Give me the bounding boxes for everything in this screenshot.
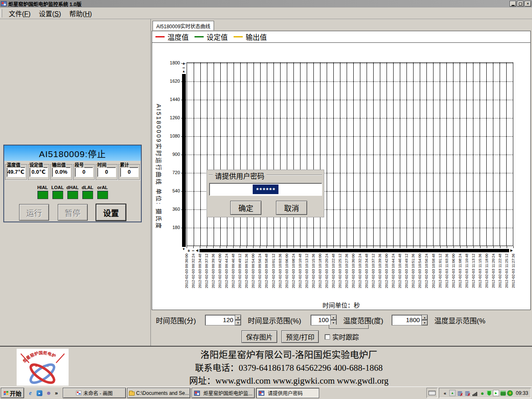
ok-button[interactable]: 确定 [230, 201, 261, 215]
y-tick-label: 1260 [166, 115, 180, 120]
eject-icon[interactable] [449, 390, 456, 396]
media-player-icon[interactable]: ▸ [36, 389, 43, 397]
time-range-label: 时间范围(分) [156, 315, 196, 325]
v-gridline [446, 63, 447, 246]
signal-bars-icon[interactable] [472, 390, 478, 396]
v-gridline [214, 63, 214, 246]
x-tick-text: 2012-02-03 11:15:36 [477, 254, 483, 288]
realtime-track-checkbox[interactable] [325, 334, 330, 340]
x-tick-text: 2012-02-03 09:30:00 [184, 254, 190, 288]
input-method-tray[interactable] [426, 388, 438, 398]
browser-icon[interactable] [479, 390, 485, 396]
scroll-up-icon[interactable]: ▲ [182, 70, 185, 73]
x-tick-text: 2012-02-03 09:34:48 [197, 254, 203, 288]
package-icon[interactable] [500, 391, 506, 396]
h-scrollbar-thumb[interactable] [200, 249, 509, 252]
taskbar-task[interactable]: C:\Documents and Se... [127, 388, 190, 398]
x-tick-text: 2012-02-03 09:39:36 [210, 254, 216, 288]
time-range-input[interactable]: 120 [205, 315, 235, 325]
v-gridline [460, 63, 460, 246]
spin-down-icon[interactable]: ▼ [235, 320, 241, 325]
temp-range-spinner: 1800 ▲▼ [392, 315, 428, 325]
x-tick-text: 2012-02-03 11:08:24 [457, 254, 463, 288]
network-disabled-icon[interactable] [457, 390, 463, 396]
shield-icon[interactable] [487, 390, 492, 396]
x-tick-text: 2012-02-03 10:37:12 [370, 254, 376, 288]
menu-text: ) [28, 10, 30, 17]
x-tick-text: 2012-02-03 10:44:24 [390, 254, 396, 288]
y-tick-label: 1800 [166, 60, 180, 65]
zoom-out-icon[interactable]: − [191, 248, 195, 253]
menu-item[interactable]: 设置(S) [34, 10, 65, 18]
system-tray: 09:33 [439, 388, 531, 398]
x-tick-label: 2012-02-03 11:10:48 [464, 254, 470, 300]
v-gridline [353, 63, 354, 246]
spin-up-icon[interactable]: ▲ [421, 315, 428, 320]
x-tick-text: 2012-02-03 09:51:36 [244, 254, 249, 288]
preview-print-button[interactable]: 预览/打印 [281, 330, 319, 343]
save-image-button[interactable]: 保存图片 [241, 330, 277, 343]
cancel-button[interactable]: 取消 [276, 201, 307, 215]
v-gridline [333, 63, 334, 246]
plot-area [187, 62, 513, 246]
taskbar-task[interactable]: 未命名 - 画图 [63, 388, 126, 398]
x-tick-text: 2012-02-03 09:46:48 [230, 254, 236, 288]
collapse-chevron[interactable] [442, 390, 448, 396]
quick-launch-overflow-chevron[interactable]: » [54, 390, 59, 396]
quick-launch: e ▸ ☻ » [27, 389, 59, 397]
v-gridline [393, 63, 394, 246]
v-gridline [240, 63, 241, 246]
scroll-right-icon[interactable]: ▶ [510, 249, 513, 252]
wireless-disabled-icon[interactable] [464, 390, 470, 396]
x-tick-label: 2012-02-03 10:49:12 [404, 254, 409, 300]
menu-text: 文件( [9, 10, 24, 17]
v-gridline [220, 63, 221, 246]
alarm-indicator: dLAL [82, 185, 93, 199]
spin-up-icon[interactable]: ▲ [235, 315, 241, 320]
temp-range-input[interactable]: 1800 [392, 315, 421, 325]
alarm-indicator: orAL [97, 185, 108, 199]
run-button[interactable]: 运行 [19, 204, 49, 221]
x-tick-label: 2012-02-03 09:56:24 [257, 254, 263, 300]
menu-item[interactable]: 帮助(H) [65, 10, 96, 18]
x-zoom-scrollbar[interactable]: + − ◀ ▶ [187, 248, 513, 253]
tab-realtime-curve[interactable]: AI5180009实时状态曲线 [153, 21, 214, 30]
restore-icon [519, 2, 522, 5]
time-display-spinner: 100 ▲▼ [310, 315, 337, 325]
x-tick-text: 2012-02-03 10:56:24 [424, 254, 429, 288]
spin-up-icon[interactable]: ▲ [330, 315, 337, 320]
close-button[interactable]: ✕ [525, 1, 531, 7]
y-zoom-scrollbar[interactable]: + − ▲ ▼ [181, 62, 187, 251]
menu-item[interactable]: 文件(F) [5, 10, 34, 18]
alarm-lamp [97, 191, 108, 199]
internet-explorer-icon[interactable]: e [27, 389, 34, 397]
minimize-button[interactable] [510, 1, 516, 7]
setup-button[interactable]: 设置 [96, 204, 126, 221]
x-tick-label: 2012-02-03 11:27:36 [510, 254, 516, 300]
x-tick-label: 2012-02-03 10:27:36 [344, 254, 350, 300]
start-button[interactable]: 开始 [1, 388, 24, 398]
x-tick-label: 2012-02-03 10:42:00 [384, 254, 389, 300]
taskbar-task[interactable]: 炬星窑炉国炬电炉监... [192, 388, 255, 398]
alarm-label: orAL [97, 185, 108, 190]
messenger-icon[interactable]: ☻ [45, 389, 52, 397]
x-tick-text: 2012-02-03 10:22:48 [330, 254, 336, 288]
zoom-in-icon[interactable]: + [187, 248, 191, 253]
password-input[interactable]: ****** [209, 183, 322, 196]
restore-button[interactable] [517, 1, 524, 7]
taskbar-task[interactable]: 请提供用户密码 [256, 388, 319, 398]
media-icon[interactable] [493, 390, 499, 396]
update-icon[interactable] [507, 390, 513, 396]
time-display-input[interactable]: 100 [310, 315, 330, 325]
menu-accesskey: H [85, 10, 90, 17]
chart-legend: 温度值设定值输出值 [152, 31, 530, 43]
x-tick-label: 2012-02-03 11:22:48 [497, 254, 503, 300]
x-tick-text: 2012-02-03 11:25:12 [504, 254, 510, 288]
x-tick-text: 2012-02-03 10:42:00 [384, 254, 389, 288]
x-tick-label: 2012-02-03 09:37:12 [204, 254, 209, 300]
scroll-down-icon[interactable]: ▼ [182, 248, 185, 251]
pause-button[interactable]: 暂停 [58, 204, 88, 221]
scroll-left-icon[interactable]: ◀ [195, 249, 199, 252]
spin-down-icon[interactable]: ▼ [421, 320, 428, 325]
field-value: 0.0% [52, 167, 71, 177]
